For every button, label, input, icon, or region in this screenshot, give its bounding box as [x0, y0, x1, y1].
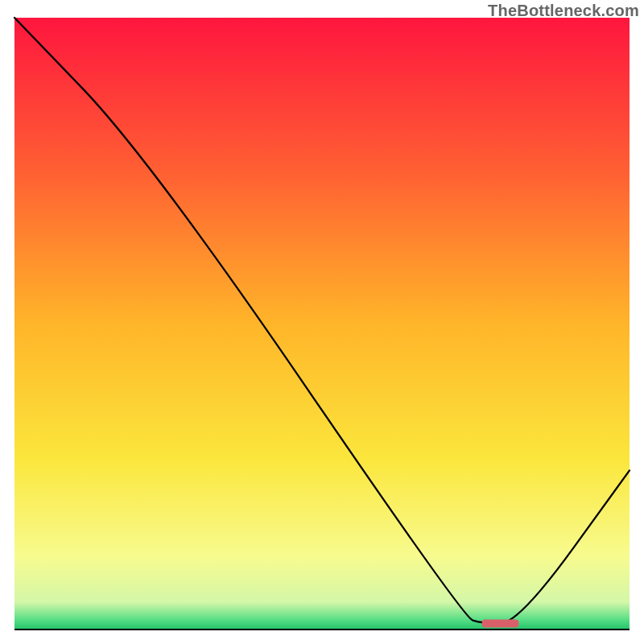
- plot-background: [14, 18, 630, 630]
- chart-container: TheBottleneck.com: [0, 0, 644, 644]
- watermark-text: TheBottleneck.com: [488, 2, 639, 20]
- highlight-marker: [482, 619, 519, 627]
- chart-plot: [0, 0, 644, 644]
